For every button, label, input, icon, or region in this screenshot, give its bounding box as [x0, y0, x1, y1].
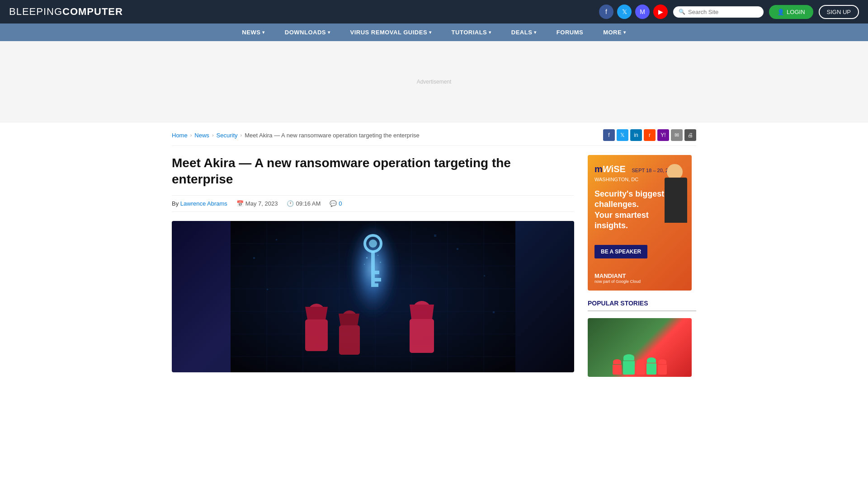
youtube-icon[interactable]: ▶ [653, 5, 668, 19]
article-hero-image [172, 221, 574, 372]
article-date: 📅 May 7, 2023 [236, 200, 278, 207]
logo-bold: COMPUTER [62, 6, 123, 17]
svg-rect-36 [457, 248, 458, 250]
mastodon-icon[interactable]: M [635, 5, 650, 19]
article-comments[interactable]: 💬 0 [330, 200, 342, 207]
share-yahoo[interactable]: Y! [657, 129, 669, 141]
svg-rect-20 [375, 283, 378, 287]
svg-rect-26 [305, 319, 328, 351]
breadcrumb-row: Home › News › Security › Meet Akira — A … [172, 122, 696, 146]
signup-button[interactable]: SIGN UP [819, 5, 859, 19]
chevron-down-icon: ▾ [534, 30, 537, 35]
main-layout: Meet Akira — A new ransomware operation … [172, 155, 696, 377]
popular-stories: POPULAR STORIES [588, 300, 696, 377]
breadcrumb-current: Meet Akira — A new ransomware operation … [245, 132, 420, 139]
share-facebook[interactable]: f [603, 129, 615, 141]
svg-rect-40 [493, 311, 495, 313]
ad-person-body [665, 178, 687, 223]
ad-sponsor: MANDIANT now part of Google Cloud [594, 272, 641, 284]
breadcrumb-sep: › [190, 132, 192, 138]
site-header: BLEEPINGCOMPUTER f 𝕏 M ▶ 🔍 👤 LOGIN SIGN … [0, 0, 868, 23]
sidebar: mWiSE SEPT 18 – 20, 2023 WASHINGTON, DC … [588, 155, 696, 377]
svg-rect-35 [276, 239, 277, 240]
android-bot-red-3 [658, 359, 667, 375]
author-link[interactable]: Lawrence Abrams [180, 200, 227, 207]
svg-rect-37 [484, 275, 485, 277]
svg-rect-21 [366, 257, 368, 258]
svg-rect-24 [364, 264, 365, 265]
svg-rect-32 [410, 319, 434, 353]
chevron-down-icon: ▾ [328, 30, 330, 35]
social-icons: f 𝕏 M ▶ [599, 5, 668, 19]
breadcrumb-security[interactable]: Security [217, 132, 238, 139]
svg-rect-34 [253, 257, 255, 259]
nav-tutorials[interactable]: TUTORIALS ▾ [442, 23, 501, 41]
login-label: LOGIN [787, 9, 805, 15]
svg-point-16 [369, 239, 377, 248]
article-title: Meet Akira — A new ransomware operation … [172, 155, 574, 188]
login-button[interactable]: 👤 LOGIN [769, 5, 813, 19]
chevron-down-icon: ▾ [623, 30, 626, 35]
chevron-down-icon: ▾ [429, 30, 432, 35]
svg-rect-18 [375, 271, 379, 274]
svg-marker-27 [305, 307, 328, 319]
svg-marker-30 [339, 314, 359, 325]
user-icon: 👤 [777, 9, 784, 15]
share-twitter[interactable]: 𝕏 [617, 129, 628, 141]
svg-rect-38 [434, 235, 436, 237]
breadcrumb-sep: › [241, 132, 242, 138]
breadcrumb-news[interactable]: News [194, 132, 209, 139]
svg-rect-39 [267, 289, 268, 290]
share-print[interactable]: 🖨 [684, 129, 696, 141]
signup-label: SIGN UP [827, 9, 851, 15]
svg-marker-33 [410, 305, 434, 319]
svg-rect-29 [339, 325, 360, 355]
article-meta: By Lawrence Abrams 📅 May 7, 2023 🕐 09:16… [172, 195, 574, 212]
search-bar[interactable]: 🔍 [673, 6, 764, 18]
search-icon: 🔍 [679, 9, 685, 15]
chevron-down-icon: ▾ [262, 30, 265, 35]
android-bot-red-1 [613, 359, 622, 375]
article-author: By Lawrence Abrams [172, 200, 227, 207]
content-wrapper: Home › News › Security › Meet Akira — A … [163, 122, 705, 377]
search-input[interactable] [688, 9, 758, 15]
twitter-icon[interactable]: 𝕏 [617, 5, 632, 19]
nav-virus-removal[interactable]: VIRUS REMOVAL GUIDES ▾ [340, 23, 442, 41]
share-reddit[interactable]: r [644, 129, 656, 141]
ad-banner: Advertisement [0, 41, 868, 122]
clock-icon: 🕐 [287, 200, 294, 207]
svg-rect-23 [380, 262, 381, 263]
comment-icon: 💬 [330, 200, 337, 207]
calendar-icon: 📅 [236, 200, 244, 207]
share-linkedin[interactable]: in [630, 129, 642, 141]
site-logo[interactable]: BLEEPINGCOMPUTER [9, 6, 123, 18]
share-email[interactable]: ✉ [671, 129, 683, 141]
sidebar-ad[interactable]: mWiSE SEPT 18 – 20, 2023 WASHINGTON, DC … [588, 155, 692, 291]
nav-forums[interactable]: FORUMS [547, 23, 593, 41]
header-right: f 𝕏 M ▶ 🔍 👤 LOGIN SIGN UP [599, 5, 859, 19]
chevron-down-icon: ▾ [489, 30, 491, 35]
main-nav: NEWS ▾ DOWNLOADS ▾ VIRUS REMOVAL GUIDES … [0, 23, 868, 41]
svg-rect-22 [377, 255, 378, 256]
hero-svg [231, 221, 515, 372]
android-bot-green [623, 354, 635, 375]
share-icons: f 𝕏 in r Y! ✉ 🖨 [603, 129, 696, 141]
svg-rect-19 [375, 278, 381, 282]
nav-more[interactable]: MORE ▾ [593, 23, 636, 41]
nav-downloads[interactable]: DOWNLOADS ▾ [275, 23, 340, 41]
nav-news[interactable]: NEWS ▾ [232, 23, 275, 41]
breadcrumb-home[interactable]: Home [172, 132, 188, 139]
facebook-icon[interactable]: f [599, 5, 613, 19]
android-illustration [588, 318, 692, 377]
breadcrumb-sep: › [212, 132, 214, 138]
article: Meet Akira — A new ransomware operation … [172, 155, 574, 372]
ad-cta[interactable]: BE A SPEAKER [594, 245, 647, 258]
popular-story-image[interactable] [588, 318, 692, 377]
android-bot-green-2 [646, 357, 656, 375]
article-time: 🕐 09:16 AM [287, 200, 321, 207]
svg-rect-17 [371, 251, 375, 287]
android-bot-red-2 [636, 359, 645, 375]
logo-light: BLEEPING [9, 6, 62, 17]
nav-deals[interactable]: DEALS ▾ [501, 23, 547, 41]
popular-stories-title: POPULAR STORIES [588, 300, 696, 311]
